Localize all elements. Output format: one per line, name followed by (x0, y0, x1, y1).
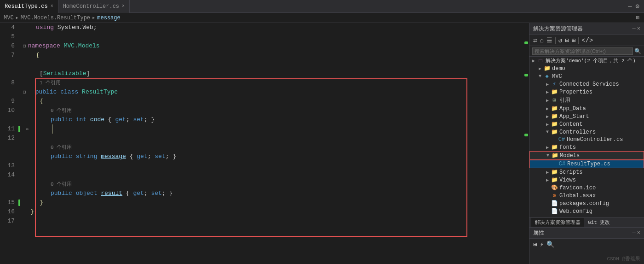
tree-item-appdata[interactable]: ▶ 📁 App_Data (529, 105, 644, 112)
tree-item-resulttype[interactable]: ▶ C# ResultType.cs (529, 160, 644, 168)
folder-icon-controllers: 📁 (551, 129, 558, 135)
breadcrumb-member[interactable]: message (97, 15, 120, 21)
se-tb-sep2 (578, 37, 579, 44)
tree-arrow-solution: ▶ (530, 58, 537, 64)
breadcrumb-class[interactable]: MVC.Models.ResultType (21, 15, 90, 21)
ref-icon: ⊞ (551, 97, 558, 104)
folder-icon-models: 📁 (551, 152, 558, 159)
tree-item-solution[interactable]: ▶ □ 解决方案'demo'(2 个项目，共 2 个) (529, 57, 644, 65)
tree-item-homecontroller[interactable]: ▶ C# HomeController.cs (529, 136, 644, 143)
tree-arrow-properties: ▶ (544, 89, 551, 95)
solution-icon: □ (537, 58, 544, 64)
code-line-7: { (23, 51, 523, 60)
tab-resulttype-close[interactable]: × (51, 4, 53, 9)
props-grid-btn[interactable]: ⊞ (533, 241, 537, 248)
cs-icon-homecontroller: C# (558, 136, 565, 143)
tree-item-favicon[interactable]: ▶ 🎨 favicon.ico (529, 184, 644, 192)
tree-item-properties[interactable]: ▶ 📁 Properties (529, 88, 644, 96)
se-code-btn[interactable]: </> (581, 36, 594, 45)
tree-label-homecontroller: HomeController.cs (567, 136, 623, 143)
tree-item-connected[interactable]: ▶ ⚡ Connected Services (529, 80, 644, 88)
tab-ctrl-minimize[interactable]: — (627, 2, 632, 11)
tree-item-scripts[interactable]: ▶ 📁 Scripts (529, 168, 644, 176)
tree-item-mvc[interactable]: ▼ ◆ MVC (529, 72, 644, 80)
tab-homecontroller-label: HomeController.cs (63, 3, 119, 10)
breadcrumb-expand-btn[interactable]: ⊞ (635, 13, 640, 22)
tree-item-demo[interactable]: ▶ 📁 demo (529, 65, 644, 72)
folder-icon-demo: 📁 (543, 65, 551, 72)
line-numbers: 4 5 6 7 8 9 10 11 12 13 14 15 (0, 23, 18, 264)
tree-item-views[interactable]: ▶ 📁 Views (529, 176, 644, 184)
tree-arrow-content: ▶ (544, 122, 551, 127)
folder-icon-content: 📁 (551, 121, 558, 128)
se-title: 解决方案资源管理器 (533, 25, 583, 33)
code-line-6: ⊟ namespace MVC.Models (23, 41, 523, 51)
se-toolbar: ⇄ ⌂ ☰ ↺ ⊟ ⊞ </> (529, 35, 644, 46)
se-home-btn[interactable]: ⌂ (539, 36, 544, 45)
bottom-tab-se[interactable]: 解决方案资源管理器 (531, 218, 584, 227)
tree-item-appstart[interactable]: ▶ 📁 App_Start (529, 112, 644, 120)
code-editor[interactable]: 4 5 6 7 8 9 10 11 12 13 14 15 (0, 23, 529, 264)
tree-arrow-appstart: ▶ (544, 114, 551, 119)
se-properties-btn[interactable]: ☰ (546, 36, 553, 45)
tree-item-references[interactable]: ▶ ⊞ 引用 (529, 96, 644, 105)
tree-arrow-demo: ▶ (537, 66, 543, 71)
breadcrumb-project[interactable]: MVC (4, 15, 14, 21)
solution-tree: ▶ □ 解决方案'demo'(2 个项目，共 2 个) ▶ 📁 demo ▼ ◆… (529, 57, 644, 217)
tab-resulttype-label: ResultType.cs (5, 3, 48, 10)
props-content: CSDN @香蕉果 (529, 250, 644, 264)
code-line-16: } (23, 198, 523, 207)
tree-label-favicon: favicon.ico (559, 185, 596, 191)
code-line-4: using System.Web; (23, 23, 523, 32)
props-search-btn[interactable]: 🔍 (546, 241, 554, 248)
code-content[interactable]: using System.Web; ⊟ namespace MVC.Models… (21, 23, 523, 264)
tree-label-appstart: App_Start (559, 113, 589, 120)
props-pin-btn[interactable]: — (632, 230, 636, 236)
tree-label-connected: Connected Services (559, 81, 619, 88)
tab-resulttype[interactable]: ResultType.cs × (0, 0, 58, 13)
tree-arrow-fonts: ▶ (544, 145, 551, 150)
code-line-refcount2: 0 个引用 (23, 106, 523, 115)
props-sort-btn[interactable]: ⚡ (540, 241, 543, 248)
tab-homecontroller[interactable]: HomeController.cs × (58, 0, 130, 13)
tab-homecontroller-close[interactable]: × (122, 4, 125, 9)
se-pin-btn[interactable]: — (632, 26, 636, 32)
se-filter-btn[interactable]: ⊞ (571, 36, 576, 45)
se-close-btn[interactable]: × (637, 26, 640, 32)
se-search-input[interactable] (532, 47, 633, 55)
scroll-indicator-3 (524, 134, 528, 136)
bottom-tab-git[interactable]: Git 更改 (584, 218, 614, 227)
tree-arrow-appdata: ▶ (544, 106, 551, 111)
code-line-refcount3: 0 个引用 (23, 143, 523, 152)
code-line-15: public object result { get; set; } (23, 189, 523, 198)
folder-icon-appstart: 📁 (551, 113, 558, 120)
se-collapse-btn[interactable]: ⊟ (564, 36, 569, 45)
props-close-btn[interactable]: × (637, 230, 640, 236)
tree-label-controllers: Controllers (559, 129, 596, 135)
tree-arrow-references: ▶ (544, 98, 551, 103)
scroll-indicator-2 (524, 74, 528, 76)
tree-label-fonts: fonts (559, 144, 576, 151)
tree-item-packages[interactable]: ▶ 📄 packages.config (529, 199, 644, 207)
tree-item-global[interactable]: ▶ ⚙ Global.asax (529, 192, 644, 199)
tree-item-webconfig[interactable]: ▶ 📄 Web.config (529, 207, 644, 215)
se-sync-btn[interactable]: ⇄ (532, 36, 538, 45)
tab-controls: — ⚙ (627, 1, 644, 11)
breadcrumb-sep1: ▸ (16, 14, 19, 21)
tree-item-models[interactable]: ▼ 📁 Models (529, 151, 644, 160)
tree-item-content[interactable]: ▶ 📁 Content (529, 120, 644, 128)
code-line-blank3 (23, 170, 523, 180)
tree-item-fonts[interactable]: ▶ 📁 fonts (529, 143, 644, 151)
tree-arrow-views: ▶ (544, 177, 551, 183)
se-refresh-btn[interactable]: ↺ (558, 36, 563, 45)
tree-label-references: 引用 (559, 96, 570, 104)
tree-label-global: Global.asax (559, 193, 596, 199)
props-header: 属性 — × (529, 228, 644, 239)
tree-item-controllers[interactable]: ▼ 📁 Controllers (529, 128, 644, 136)
breadcrumb-sep2: ▸ (92, 14, 95, 21)
se-header: 解决方案资源管理器 — × (529, 23, 644, 35)
se-tb-sep1 (555, 37, 556, 44)
folder-icon-properties: 📁 (551, 88, 558, 95)
se-bottom-tabs: 解决方案资源管理器 Git 更改 (529, 217, 644, 227)
tab-ctrl-settings[interactable]: ⚙ (635, 1, 640, 11)
